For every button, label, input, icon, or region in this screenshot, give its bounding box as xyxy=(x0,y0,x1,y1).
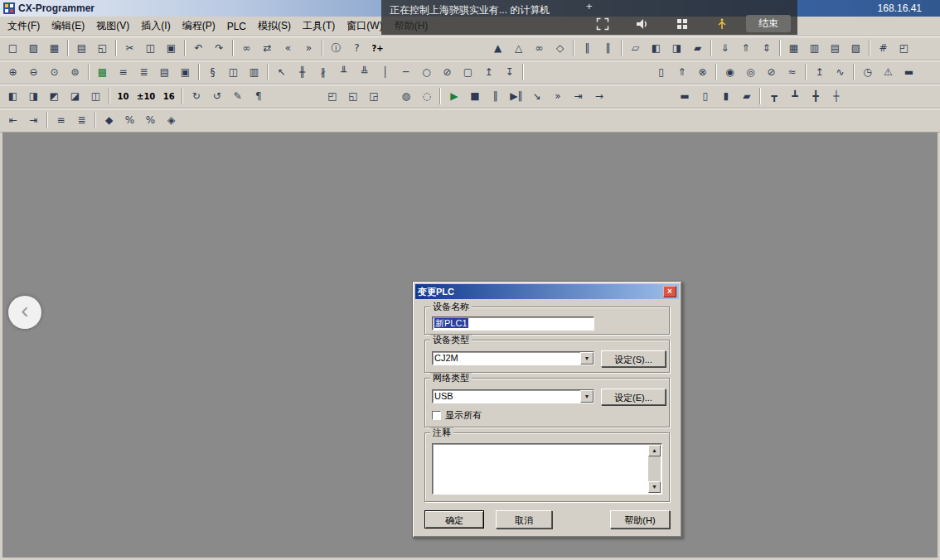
sim-step-icon[interactable]: ▶‖ xyxy=(506,88,526,105)
indent-rung-icon[interactable]: ⇥ xyxy=(24,112,43,129)
open-file-icon[interactable]: ▨ xyxy=(24,40,43,57)
show-grid-icon[interactable]: ▩ xyxy=(93,64,112,81)
help-button[interactable]: 帮助(H) xyxy=(610,510,670,529)
monitor-rate-2-icon[interactable]: % xyxy=(141,112,160,129)
toggle-watch-window-icon[interactable]: ◩ xyxy=(45,88,64,105)
display-signed-decimal-icon[interactable]: ±10 xyxy=(134,88,157,105)
plc-memory-icon[interactable]: ▤ xyxy=(826,40,845,57)
work-online-icon[interactable]: ▲ xyxy=(488,40,507,57)
menu-file[interactable]: 文件(F) xyxy=(2,17,46,36)
plc-settings-icon[interactable]: ▥ xyxy=(805,40,824,57)
back-button[interactable]: ‹ xyxy=(8,296,41,329)
force-on-icon[interactable]: ◉ xyxy=(720,64,739,81)
monitor-freeze-icon[interactable]: ↺ xyxy=(207,88,226,105)
help-icon[interactable]: ? xyxy=(347,40,366,57)
io-table-icon[interactable]: ▦ xyxy=(784,40,803,57)
network-type-combobox[interactable]: USB ▼ xyxy=(432,389,594,403)
new-contact-icon[interactable]: ╫ xyxy=(293,64,312,81)
vertical-line-icon[interactable]: │ xyxy=(376,64,395,81)
differential-monitor-icon[interactable]: ↥ xyxy=(810,64,829,81)
monitor-mode-icon[interactable]: ∞ xyxy=(530,40,549,57)
outdent-rung-icon[interactable]: ⇤ xyxy=(3,112,22,129)
comment-scrollbar[interactable]: ▲ ▼ xyxy=(648,445,661,493)
toggle-output-window-icon[interactable]: ◨ xyxy=(24,88,43,105)
pause-all-icon[interactable]: ‖ xyxy=(598,40,618,57)
device-name-input[interactable]: 新PLC1 xyxy=(432,316,594,331)
force-off-icon[interactable]: ◎ xyxy=(741,64,760,81)
ladder-window-icon[interactable]: ◰ xyxy=(322,88,342,105)
zoom-to-fit-icon[interactable]: ⊙ xyxy=(45,64,64,81)
cross-reference-icon[interactable]: # xyxy=(874,40,893,57)
simulator-settings-icon[interactable]: ◌ xyxy=(417,88,436,105)
chevron-down-icon[interactable]: ▼ xyxy=(580,390,594,403)
menu-view[interactable]: 视图(V) xyxy=(90,17,135,36)
toggle-address-reference-icon[interactable]: ◪ xyxy=(65,88,85,105)
sim-scan-run-icon[interactable]: ⇥ xyxy=(569,88,588,105)
auto-online-icon[interactable]: △ xyxy=(509,40,528,57)
set-bit-icon[interactable]: ┳ xyxy=(764,88,783,105)
cancel-online-edit-icon[interactable]: ⊗ xyxy=(693,64,712,81)
pv-monitor-icon[interactable]: ▬ xyxy=(675,88,694,105)
new-closed-or-contact-icon[interactable]: ╩ xyxy=(355,64,374,81)
online-edit-icon[interactable]: ▯ xyxy=(652,64,671,81)
watch-window-icon[interactable]: ◰ xyxy=(894,40,913,57)
rung-wrap-icon[interactable]: ¶ xyxy=(249,88,268,105)
find-replace-icon[interactable]: ⇄ xyxy=(258,40,277,57)
sim-stop-icon[interactable]: ■ xyxy=(465,88,484,105)
redo-icon[interactable]: ↷ xyxy=(210,40,229,57)
undo-icon[interactable]: ↶ xyxy=(189,40,208,57)
save-icon[interactable]: ▦ xyxy=(45,40,64,57)
show-all-checkbox[interactable] xyxy=(432,411,441,420)
sim-continuous-step-icon[interactable]: » xyxy=(548,88,567,105)
sim-pause-icon[interactable]: ‖ xyxy=(486,88,505,105)
toggle-cross-reference-icon[interactable]: ◫ xyxy=(86,88,105,105)
transfer-from-plc-icon[interactable]: ⇑ xyxy=(736,40,755,57)
comment-textarea[interactable]: ▲ ▼ xyxy=(432,443,662,495)
force-cancel-icon[interactable]: ⊘ xyxy=(762,64,781,81)
apps-grid-icon[interactable] xyxy=(670,17,695,32)
menu-insert[interactable]: 插入(I) xyxy=(135,17,176,36)
scroll-up-icon[interactable]: ▲ xyxy=(648,445,661,456)
compare-with-plc-icon[interactable]: ⇕ xyxy=(757,40,776,57)
cut-icon[interactable]: ✂ xyxy=(120,40,139,57)
cancel-button[interactable]: 取消 xyxy=(496,510,552,529)
scroll-down-icon[interactable]: ▼ xyxy=(648,481,661,493)
simulator-online-icon[interactable]: ◍ xyxy=(396,88,415,105)
reset-bit-icon[interactable]: ┻ xyxy=(785,88,804,105)
symbol-window-icon[interactable]: ◲ xyxy=(364,88,383,105)
menu-tools[interactable]: 工具(T) xyxy=(297,17,341,36)
new-closed-coil-icon[interactable]: ⊘ xyxy=(438,64,457,81)
new-coil-icon[interactable]: ○ xyxy=(417,64,436,81)
sim-step-into-icon[interactable]: ↘ xyxy=(527,88,546,105)
display-decimal-icon[interactable]: 10 xyxy=(114,88,133,105)
symbols-view-icon[interactable]: ▣ xyxy=(176,64,195,81)
close-icon[interactable]: × xyxy=(663,286,676,297)
rung-comment-list-icon[interactable]: ≡ xyxy=(51,112,70,129)
find-next-icon[interactable]: » xyxy=(299,40,318,57)
horizontal-line-icon[interactable]: ─ xyxy=(396,64,415,81)
new-instruction-icon[interactable]: ▢ xyxy=(458,64,477,81)
menu-plc[interactable]: PLC xyxy=(221,18,252,35)
dialog-title-bar[interactable]: 变更PLC × xyxy=(415,284,679,299)
print-icon[interactable]: ▤ xyxy=(72,40,91,57)
word-monitor-icon[interactable]: ▯ xyxy=(695,88,715,105)
context-help-icon[interactable]: ?+ xyxy=(368,40,387,57)
menu-program[interactable]: 编程(P) xyxy=(177,17,221,36)
pause-monitor-icon[interactable]: ◇ xyxy=(550,40,569,57)
device-type-settings-button[interactable]: 设定(S)... xyxy=(601,350,666,367)
speaker-icon[interactable] xyxy=(630,17,655,32)
display-hex-icon[interactable]: 16 xyxy=(159,88,178,105)
info-icon[interactable]: ⓘ xyxy=(327,40,346,57)
monitor-rate-1-icon[interactable]: % xyxy=(120,112,139,129)
toggle-project-tree-icon[interactable]: ◧ xyxy=(3,88,22,105)
run-mode-icon[interactable]: ▰ xyxy=(688,40,707,57)
io-comment-list-icon[interactable]: ≣ xyxy=(72,112,91,129)
monitor-refresh-icon[interactable]: ↻ xyxy=(187,88,206,105)
pause-icon[interactable]: ‖ xyxy=(578,40,597,57)
mnemonics-view-icon[interactable]: ▤ xyxy=(155,64,174,81)
find-icon[interactable]: ∞ xyxy=(237,40,256,57)
new-closed-contact-icon[interactable]: ∦ xyxy=(313,64,332,81)
fullscreen-icon[interactable] xyxy=(590,17,615,32)
send-changes-icon[interactable]: ⇑ xyxy=(672,64,691,81)
network-type-settings-button[interactable]: 设定(E)... xyxy=(601,389,666,405)
